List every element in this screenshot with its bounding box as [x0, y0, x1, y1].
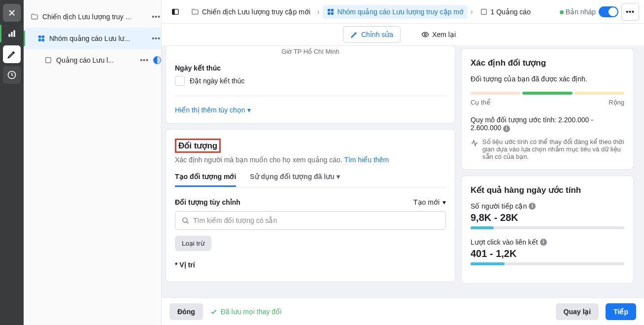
- chevron-down-icon: ▾: [337, 173, 340, 181]
- tree-more-icon[interactable]: •••: [151, 13, 161, 21]
- svg-rect-2: [13, 30, 15, 36]
- daily-title: Kết quả hàng ngày ước tính: [471, 185, 624, 195]
- location-label: * Vị trí: [175, 261, 446, 269]
- close-button[interactable]: [3, 4, 21, 22]
- info-icon[interactable]: i: [503, 125, 510, 132]
- audience-title: Đối tượng: [175, 139, 221, 153]
- close-button[interactable]: Đóng: [169, 303, 203, 320]
- schedule-panel: Giờ TP Hồ Chí Minh Ngày kết thúc Đặt ngà…: [166, 45, 455, 123]
- svg-rect-15: [481, 9, 486, 14]
- clock-icon: [7, 70, 17, 80]
- info-icon[interactable]: i: [540, 239, 547, 246]
- footer-bar: Đóng Đã lưu mọi thay đổi Quay lại Tiếp: [162, 297, 644, 325]
- rail-clock-button[interactable]: [3, 66, 21, 84]
- review-button[interactable]: Xem lại: [414, 27, 463, 42]
- reach-value: 9,8K - 28K: [471, 212, 624, 223]
- tree-adset-label: Nhóm quảng cáo Lưu lư...: [49, 35, 147, 42]
- crumb-campaign[interactable]: Chiến dịch Lưu lượng truy cập mới: [187, 5, 314, 19]
- checkbox[interactable]: [175, 76, 185, 86]
- folder-icon: [191, 8, 199, 16]
- saved-indicator: Đã lưu mọi thay đổi: [210, 308, 281, 316]
- more-button[interactable]: •••: [621, 3, 639, 21]
- custom-audience-row: Đối tượng tùy chỉnh Tạo mới ▾: [175, 198, 446, 206]
- audience-desc-text: Xác định người mà bạn muốn cho họ xem qu…: [175, 156, 342, 164]
- svg-rect-8: [46, 58, 51, 63]
- tree-campaign-label: Chiến dịch Lưu lượng truy ...: [42, 13, 147, 21]
- ad-icon: [44, 56, 52, 64]
- tab-saved-audience[interactable]: Sử dụng đối tượng đã lưu ▾: [250, 173, 339, 187]
- chevron-right-icon: ›: [317, 8, 320, 16]
- svg-rect-5: [42, 36, 44, 38]
- daily-results-panel: Kết quả hàng ngày ước tính Số người tiếp…: [461, 176, 634, 284]
- svg-rect-4: [38, 36, 41, 38]
- structure-tree: Chiến dịch Lưu lượng truy ... ••• Nhóm q…: [24, 0, 162, 325]
- reach-bar: [471, 226, 624, 229]
- set-end-date-text: Đặt ngày kết thúc: [190, 77, 244, 85]
- tree-ad[interactable]: Quảng cáo Lưu l... •••: [24, 49, 161, 71]
- chevron-right-icon: ›: [471, 8, 473, 16]
- meter-broad: Rộng: [609, 99, 624, 106]
- adset-icon: [37, 35, 45, 42]
- audience-tabs: Tạo đối tượng mới Sử dụng đối tượng đã l…: [175, 173, 446, 187]
- search-placeholder: Tìm kiếm đối tượng có sẵn: [193, 217, 277, 224]
- size-label: Quy mô đối tượng ước tính:: [471, 116, 556, 124]
- note-text: Số liệu ước tính có thể thay đổi đáng kể…: [482, 138, 624, 160]
- exclude-button[interactable]: Loại trừ: [175, 236, 211, 251]
- audience-meter: [471, 92, 624, 95]
- audience-description: Xác định người mà bạn muốn cho họ xem qu…: [175, 156, 446, 164]
- tree-campaign[interactable]: Chiến dịch Lưu lượng truy ... •••: [24, 6, 161, 28]
- search-icon: [181, 217, 189, 224]
- main-area: Giờ TP Hồ Chí Minh Ngày kết thúc Đặt ngà…: [162, 45, 644, 297]
- learn-more-link[interactable]: Tìm hiểu thêm: [344, 156, 389, 164]
- audience-search-input[interactable]: Tìm kiếm đối tượng có sẵn: [175, 211, 446, 230]
- crumb-adset[interactable]: Nhóm quảng cáo Lưu lượng truy cập mớ: [323, 5, 468, 19]
- show-more-options[interactable]: Hiển thị thêm tùy chọn ▾: [175, 106, 446, 114]
- set-end-date-row[interactable]: Đặt ngày kết thúc: [175, 76, 446, 86]
- svg-rect-10: [172, 9, 174, 14]
- tab-new-audience[interactable]: Tạo đối tượng mới: [175, 173, 236, 187]
- tree-adset[interactable]: Nhóm quảng cáo Lưu lư... •••: [24, 28, 161, 49]
- show-more-label: Hiển thị thêm tùy chọn: [175, 106, 245, 114]
- create-new-label: Tạo mới: [413, 198, 440, 206]
- rail-chart-button[interactable]: [3, 25, 21, 42]
- tree-more-icon[interactable]: •••: [139, 56, 149, 64]
- timezone-label: Giờ TP Hồ Chí Minh: [175, 48, 446, 55]
- svg-rect-1: [11, 32, 12, 37]
- info-icon[interactable]: i: [529, 203, 536, 210]
- check-icon: [210, 308, 218, 316]
- panel-icon: [171, 8, 179, 16]
- svg-point-16: [424, 34, 426, 36]
- definition-title: Xác định đối tượng: [471, 58, 624, 68]
- crumb-ad[interactable]: 1 Quảng cáo: [476, 5, 535, 19]
- eye-icon: [421, 31, 429, 38]
- estimate-note: Số liệu ước tính có thể thay đổi đáng kể…: [471, 138, 624, 160]
- svg-point-17: [183, 218, 187, 222]
- next-button[interactable]: Tiếp: [606, 303, 636, 320]
- right-column: Xác định đối tượng Đối tượng của bạn đã …: [461, 48, 634, 289]
- rail-edit-button[interactable]: [3, 45, 21, 63]
- audience-definition-panel: Xác định đối tượng Đối tượng của bạn đã …: [461, 48, 634, 170]
- svg-rect-0: [8, 34, 10, 37]
- clicks-label: Lượt click vào liên kết: [471, 238, 538, 246]
- svg-rect-7: [42, 39, 44, 41]
- clicks-bar: [471, 262, 624, 265]
- close-icon: [7, 8, 17, 18]
- breadcrumb-bar: Chiến dịch Lưu lượng truy cập mới › Nhóm…: [162, 0, 644, 24]
- tree-more-icon[interactable]: •••: [151, 35, 161, 42]
- ad-icon: [480, 8, 488, 16]
- svg-rect-6: [38, 39, 41, 41]
- clicks-value: 401 - 1,2K: [471, 248, 624, 259]
- clicks-label-row: Lượt click vào liên kết i: [471, 238, 624, 246]
- pencil-icon: [7, 49, 17, 59]
- panel-toggle-button[interactable]: [167, 3, 184, 21]
- back-button[interactable]: Quay lại: [556, 303, 599, 320]
- crumb-ad-label: 1 Quảng cáo: [491, 8, 531, 16]
- edit-button[interactable]: Chỉnh sửa: [343, 26, 401, 43]
- publish-toggle[interactable]: [599, 6, 618, 17]
- svg-rect-12: [331, 9, 333, 11]
- svg-rect-11: [328, 9, 330, 11]
- end-date-label: Ngày kết thúc: [175, 64, 446, 72]
- half-circle-icon: [153, 56, 161, 64]
- create-new-dropdown[interactable]: Tạo mới ▾: [413, 198, 446, 206]
- folder-icon: [31, 13, 38, 21]
